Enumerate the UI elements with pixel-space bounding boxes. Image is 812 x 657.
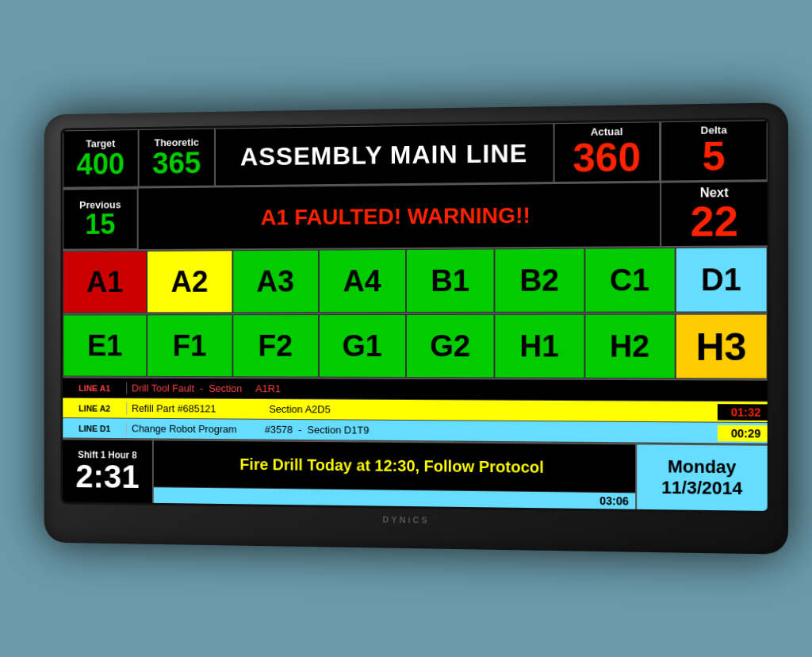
station-G1: G1 [319,314,406,378]
bottom-row: Shift 1 Hour 8 2:31 Fire Drill Today at … [63,440,767,512]
fault-desc-A2: Refill Part #685121 Section A2D5 [127,401,718,419]
brand-label: DYNiCS [60,510,769,530]
date-cell: Monday 11/3/2014 [635,445,768,512]
station-C1: C1 [584,248,676,313]
fault-timer-A2: 01:32 [718,404,768,421]
header-row: Target 400 Theoretic 365 ASSEMBLY MAIN L… [63,120,767,190]
previous-value: 15 [85,211,115,239]
fault-label-D1: LINE D1 [63,422,127,435]
shift-cell: Shift 1 Hour 8 2:31 [63,440,154,503]
station-A2: A2 [147,250,232,313]
bottom-middle: Fire Drill Today at 12:30, Follow Protoc… [154,440,635,509]
station-E1: E1 [63,314,147,376]
station-A1: A1 [63,251,147,313]
station-F2: F2 [232,314,319,377]
fault-label-A2: LINE A2 [63,402,127,414]
station-B1: B1 [406,248,495,313]
delta-cell: Delta 5 [660,120,768,182]
station-H2: H2 [584,314,676,379]
tv-display: Target 400 Theoretic 365 ASSEMBLY MAIN L… [44,102,788,555]
warning-text: A1 FAULTED! WARNING!! [261,203,530,231]
fault-timer-A1 [718,389,768,392]
last-timer: 03:06 [599,494,629,508]
theoretic-value: 365 [152,148,201,179]
date-value: 11/3/2014 [661,478,742,500]
stations-row-2: E1 F1 F2 G1 G2 H1 H2 H3 [63,314,767,381]
faults-section: LINE A1 Drill Tool Fault - Section A1R1 … [63,378,767,446]
next-cell: Next 22 [660,182,768,246]
station-H3: H3 [676,314,768,379]
tv-screen: Target 400 Theoretic 365 ASSEMBLY MAIN L… [60,117,769,513]
main-title: ASSEMBLY MAIN LINE [240,138,528,171]
delta-value: 5 [703,136,726,177]
warning-row: Previous 15 A1 FAULTED! WARNING!! Next 2… [63,182,767,251]
screen-content: Target 400 Theoretic 365 ASSEMBLY MAIN L… [63,120,767,511]
previous-cell: Previous 15 [63,189,138,250]
date-day: Monday [668,456,737,478]
station-A4: A4 [319,249,406,313]
station-D1: D1 [676,247,768,312]
station-A3: A3 [232,250,319,313]
title-cell: ASSEMBLY MAIN LINE [215,123,554,186]
actual-cell: Actual 360 [554,121,661,182]
fault-timer-D1: 00:29 [718,425,768,441]
station-B2: B2 [495,248,584,313]
theoretic-cell: Theoretic 365 [139,128,215,186]
warning-cell: A1 FAULTED! WARNING!! [139,183,660,249]
station-F1: F1 [147,314,232,377]
message-text: Fire Drill Today at 12:30, Follow Protoc… [239,455,543,477]
fault-desc-D1: Change Robot Program #3578 - Section D1T… [127,421,718,441]
target-value: 400 [77,149,124,179]
shift-time: 2:31 [75,460,139,494]
fault-desc-A1: Drill Tool Fault - Section A1R1 [127,381,718,398]
station-H1: H1 [495,314,584,378]
target-cell: Target 400 [63,129,138,188]
actual-value: 360 [573,137,641,179]
fault-label-A1: LINE A1 [63,382,127,394]
station-G2: G2 [406,314,495,378]
stations-row-1: A1 A2 A3 A4 B1 B2 C1 D1 [63,247,767,314]
next-value: 22 [691,200,738,243]
message-cell: Fire Drill Today at 12:30, Follow Protoc… [154,440,635,492]
